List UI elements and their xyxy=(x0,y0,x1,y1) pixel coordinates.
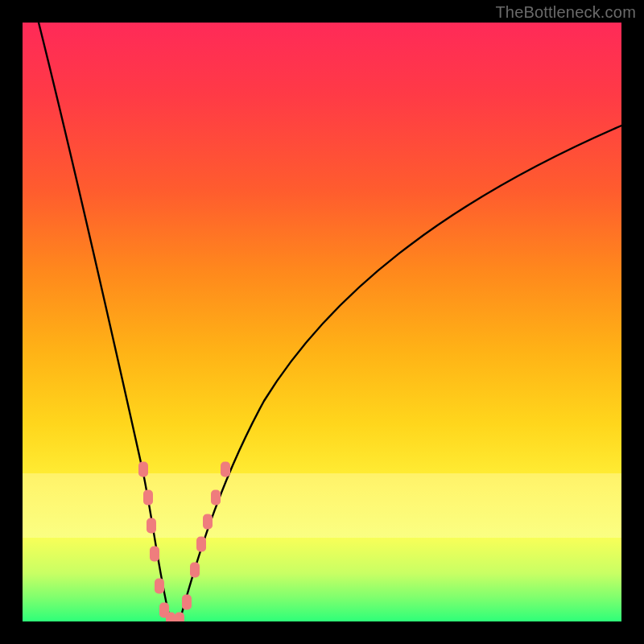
plot-area xyxy=(23,23,621,621)
bottleneck-gradient-background xyxy=(23,23,621,621)
watermark: TheBottleneck.com xyxy=(495,3,636,22)
chart-frame xyxy=(23,23,621,621)
